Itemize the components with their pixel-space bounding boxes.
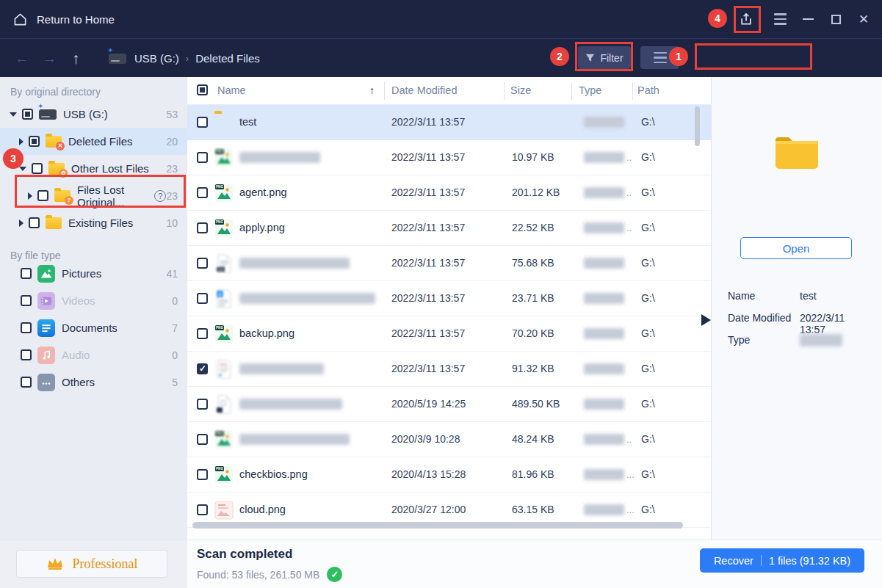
file-date: 2022/3/11 13:57 [391,151,465,163]
file-name: backup.png [239,327,294,339]
open-button[interactable]: Open [740,237,852,259]
file-row[interactable]: PNG 2020/3/9 10:28 48.24 KB .. G:\ [187,422,711,457]
audio-icon [37,346,55,364]
collapse-arrow-icon[interactable] [10,112,17,117]
meta-date-row: Date Modified 2022/3/11 13:57 [728,312,871,335]
file-date: 2022/3/11 13:57 [391,186,465,198]
list-view-icon [654,52,667,64]
sidebar-item-documents[interactable]: Documents 7 [0,314,187,341]
file-row[interactable]: 2022/3/11 13:57 23.71 KB G:\ [187,281,711,316]
sidebar-item-audio[interactable]: Audio 0 [0,341,187,369]
annotation-circle-4: 4 [708,9,727,28]
item-count: 7 [172,322,178,334]
item-count: 41 [166,268,178,280]
file-path: G:\ [641,363,655,374]
maximize-button[interactable] [822,6,850,32]
file-row[interactable]: PNG backup.png 2022/3/11 13:57 70.20 KB … [187,316,711,352]
row-checkbox[interactable] [197,222,208,233]
item-count: 53 [166,109,178,120]
row-checkbox[interactable] [197,117,208,128]
file-date: 2022/3/11 13:57 [391,363,465,374]
up-button[interactable]: ↑ [72,39,80,78]
close-icon: ✕ [858,13,869,26]
existing-files-checkbox[interactable] [29,217,40,228]
column-header-name[interactable]: Name [217,84,246,96]
usb-checkbox[interactable] [22,109,33,120]
horizontal-scrollbar[interactable] [192,522,683,529]
svg-text:PNG: PNG [216,432,223,435]
png-file-icon: PNG [214,430,234,449]
row-checkbox[interactable] [197,504,208,515]
recover-label: Recover [714,555,753,567]
breadcrumb-location[interactable]: Deleted Files [195,52,260,65]
expand-arrow-icon[interactable] [19,138,24,145]
row-checkbox[interactable] [197,293,208,304]
scan-found-text: Found: 53 files, 261.50 MB [197,569,319,581]
audio-checkbox[interactable] [21,349,32,360]
sort-ascending-icon[interactable]: ↑ [369,84,375,96]
breadcrumb-separator-icon: › [186,53,189,64]
collapse-arrow-icon[interactable] [19,167,26,171]
others-checkbox[interactable] [21,377,32,388]
annotation-box-export [734,6,761,33]
back-button[interactable]: ← [15,39,29,78]
panel-collapse-handle-icon[interactable] [701,314,711,326]
column-header-path[interactable]: Path [637,84,659,96]
sidebar-item-videos[interactable]: Videos 0 [0,287,187,314]
breadcrumb-drive[interactable]: USB (G:) [134,52,179,65]
item-count: 23 [166,163,178,175]
documents-checkbox[interactable] [21,322,32,333]
png-file-icon: PNG [214,324,234,344]
deleted-files-checkbox[interactable] [29,136,40,147]
row-checkbox[interactable] [197,152,208,163]
file-date: 2022/3/11 13:57 [391,116,465,128]
deleted-folder-icon [46,136,62,148]
recover-button[interactable]: Recover 1 files (91.32 KB) [700,548,864,573]
minimize-button[interactable] [794,6,822,32]
other-lost-files-checkbox[interactable] [32,163,43,174]
close-button[interactable]: ✕ [850,6,878,32]
sidebar-item-usb-drive[interactable]: USB (G:) 53 [0,101,187,128]
expand-arrow-icon[interactable] [19,219,24,227]
file-row[interactable]: 2022/3/11 13:57 91.32 KB G:\ [187,352,711,387]
file-size: 23.71 KB [512,292,554,304]
professional-button[interactable]: Professional [16,550,167,578]
sidebar-item-pictures[interactable]: Pictures 41 [0,260,187,287]
row-checkbox-checked[interactable] [197,363,208,374]
file-size: 70.20 KB [512,327,554,339]
row-checkbox[interactable] [197,187,208,198]
file-row[interactable]: PNG apply.png 2022/3/11 13:57 22.52 KB .… [187,211,711,246]
column-header-size[interactable]: Size [510,84,531,96]
file-row[interactable]: PNG agent.png 2022/3/11 13:57 201.12 KB … [187,175,711,211]
meta-type-row: Type [728,334,871,346]
file-row[interactable]: PNG checkbios.png 2020/4/13 15:28 81.96 … [187,457,711,493]
column-header-date[interactable]: Date Modified [391,84,457,96]
row-checkbox[interactable] [197,469,208,480]
file-row[interactable]: PNG 2022/3/11 13:57 10.97 KB .. G:\ [187,140,711,175]
svg-text:PNG: PNG [216,150,223,153]
file-row[interactable]: test 2022/3/11 13:57 G:\ [187,105,711,140]
row-checkbox[interactable] [197,434,208,445]
success-check-icon: ✓ [327,567,342,582]
row-checkbox[interactable] [197,399,208,410]
sidebar-item-others[interactable]: Others 5 [0,369,187,396]
row-checkbox[interactable] [197,258,208,269]
svg-text:PNG: PNG [216,220,223,224]
sidebar-item-existing-files[interactable]: Existing Files 10 [0,209,187,236]
list-header: Name ↑ Date Modified Size Type Path [187,77,711,105]
pictures-checkbox[interactable] [21,268,32,279]
file-row[interactable]: 2020/5/19 14:25 489.50 KB G:\ [187,387,711,422]
sidebar-item-deleted-files[interactable]: Deleted Files 20 [0,128,187,155]
row-checkbox[interactable] [197,328,208,339]
sidebar-item-label: Deleted Files [68,135,133,148]
file-row[interactable]: TXT 2022/3/11 13:57 75.68 KB G:\ [187,246,711,281]
select-all-checkbox[interactable] [197,84,208,95]
vertical-scrollbar[interactable] [695,106,700,146]
forward-button[interactable]: → [43,39,57,78]
menu-button[interactable] [766,6,794,32]
videos-checkbox[interactable] [21,295,32,306]
column-header-type[interactable]: Type [579,84,601,96]
meta-label: Date Modified [728,312,800,335]
item-count: 10 [166,217,178,229]
return-to-home-button[interactable]: Return to Home [13,0,115,38]
